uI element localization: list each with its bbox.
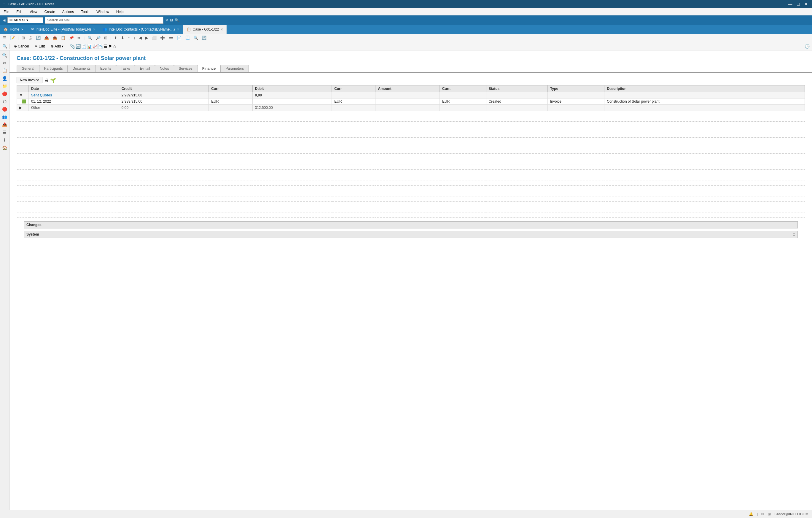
menu-edit[interactable]: Edit [15,9,24,15]
bell-icon[interactable]: 🔔 [749,512,753,516]
sidebar-info-icon[interactable]: ℹ [1,137,8,144]
expand2-icon[interactable]: ▶ [145,35,149,41]
print-icon[interactable]: 🖨 [28,35,33,41]
menu-file[interactable]: File [2,9,10,15]
page-icon[interactable]: 📃 [184,35,191,41]
changes-collapse-icon[interactable]: □ [793,223,795,227]
sidebar-lines-icon[interactable]: ☰ [1,129,8,136]
tab-home-close[interactable]: ✕ [21,28,23,31]
sidebar-contacts-icon[interactable]: 👤 [1,75,8,82]
expand-icon[interactable]: ⊞ [104,35,108,41]
search-icon-toolbar[interactable]: 🔍 [2,44,7,49]
copy2-icon[interactable]: 📄 [176,35,182,41]
mail-dropdown[interactable]: ✉ All Mail ▾ [7,17,43,23]
sidebar-group-icon[interactable]: 👥 [1,113,8,120]
search2-icon[interactable]: 🔍 [193,35,199,41]
menu-tools[interactable]: Tools [80,9,90,15]
chart-bar-icon[interactable]: 📉 [98,44,103,49]
import-icon[interactable]: 📥 [52,35,58,41]
sidebar-calendar-icon[interactable]: 📋 [1,67,8,74]
layers-icon[interactable]: 🔄 [76,44,81,49]
table-icon[interactable]: 📊 [87,44,92,49]
flag-icon[interactable]: ⚑ [108,44,112,49]
zoom-out-icon[interactable]: 🔍 [87,35,93,41]
close-button[interactable]: ✕ [803,2,810,6]
tab-events[interactable]: Events [95,65,116,72]
tab-participants[interactable]: Participants [39,65,68,72]
paste-icon[interactable]: 📌 [68,35,75,41]
minus-icon[interactable]: ➖ [168,35,174,41]
group-other[interactable]: ▶ Other 0,00 312.500,00 [17,105,805,111]
export-icon[interactable]: 📤 [44,35,50,41]
search-input[interactable] [45,17,164,24]
edit-button[interactable]: ✏ Edit [32,43,48,49]
sidebar-alert-icon[interactable]: 🔴 [1,90,8,97]
new-invoice-button[interactable]: New Invoice [17,77,42,83]
remove-row-icon[interactable]: ⬇ [120,35,125,41]
tab-case[interactable]: 📋 Case - G01-1/22 ✕ [183,25,227,34]
add-row-icon[interactable]: ⬆ [114,35,118,41]
tab-intelidoc-elite[interactable]: ✉ InteliDoc Elite - (PostMailTodayEN) ✕ [27,25,99,34]
tab-email[interactable]: E-mail [135,65,155,72]
tab-contacts[interactable]: 👥 InteliDoc Contacts - (ContactsByName..… [99,25,183,34]
invoice-print-icon[interactable]: 🖨 [44,78,48,83]
clock-icon[interactable]: 🕐 [805,44,810,49]
sidebar-home-icon[interactable]: 🏠 [1,144,8,151]
doc-icon[interactable]: 📄 [81,44,86,49]
tab-general[interactable]: General [17,65,39,72]
add-button[interactable]: ⊕ Add ▾ [48,43,66,49]
invoice-add-icon[interactable]: 🌱 [50,78,56,83]
system-collapse-icon[interactable]: □ [793,232,795,236]
sidebar-search-icon[interactable]: 🔍 [1,52,8,59]
minimize-button[interactable]: — [786,2,794,6]
list-icon[interactable]: ☰ [104,44,108,49]
status-mail-icon[interactable]: ✉ [761,512,764,516]
search-icon[interactable]: 🔍 [175,18,179,22]
tab-tasks[interactable]: Tasks [116,65,135,72]
paperclip-icon[interactable]: 📎 [70,44,75,49]
sidebar-plugin-icon[interactable]: 🔴 [1,106,8,113]
tab-contacts-close[interactable]: ✕ [177,28,179,31]
apps-icon[interactable]: ⊞ [2,18,6,23]
frame-icon[interactable]: ⬜ [151,35,157,41]
maximize-button[interactable]: □ [795,2,801,6]
down-arrow-icon[interactable]: ↓ [133,35,136,41]
tab-notes[interactable]: Notes [155,65,174,72]
collapse-icon[interactable]: ◀ [138,35,142,41]
tab-home[interactable]: 🏠 Home ✕ [0,25,27,34]
chart-line-icon[interactable]: 📈 [92,44,97,49]
tab-case-close[interactable]: ✕ [221,28,223,31]
status-grid-icon[interactable]: ⊞ [768,512,771,516]
sidebar-export-icon[interactable]: 📤 [1,121,8,128]
copy-icon[interactable]: 📋 [60,35,66,41]
clear-search-icon[interactable]: ✕ [165,18,168,22]
tab-intelidoc-elite-close[interactable]: ✕ [93,28,95,31]
move-icon[interactable]: ➡ [77,35,81,41]
up-arrow-icon[interactable]: ↑ [127,35,130,41]
group-sent-quotes[interactable]: ▼ Sent Quotes 2.989.915,00 0,00 [17,92,805,98]
menu-view[interactable]: View [28,9,38,15]
zoom-in-icon[interactable]: 🔎 [95,35,101,41]
menu-create[interactable]: Create [43,9,56,15]
sidebar-folder-icon[interactable]: 📁 [1,83,8,90]
cancel-button[interactable]: ⊗ Cancel [11,43,31,49]
sidebar-mail-icon[interactable]: ✉ [1,59,8,66]
star-icon[interactable]: ☆ [113,44,117,49]
tab-documents[interactable]: Documents [67,65,95,72]
menu-window[interactable]: Window [95,9,110,15]
menu-help[interactable]: Help [115,9,125,15]
new-doc-icon[interactable]: 📝 [9,35,16,41]
invoice-row[interactable]: 🟩 01. 12. 2022 2.989.915,00 EUR EUR EUR … [17,98,805,105]
filter-icon[interactable]: ⊟ [170,18,173,22]
refresh2-icon[interactable]: 🔄 [201,35,207,41]
tab-services[interactable]: Services [174,65,198,72]
refresh-icon2[interactable]: 🔄 [35,35,41,41]
sent-quotes-expand[interactable]: ▼ [17,92,29,98]
sidebar-hex-icon[interactable]: ⬡ [1,98,8,105]
other-expand[interactable]: ▶ [17,105,29,111]
menu-actions[interactable]: Actions [61,9,75,15]
plus-icon[interactable]: ➕ [160,35,166,41]
sidebar-toggle-icon[interactable]: ☰ [2,35,7,41]
tab-parameters[interactable]: Parameters [220,65,249,72]
group-icon[interactable]: ⊞ [21,35,26,41]
